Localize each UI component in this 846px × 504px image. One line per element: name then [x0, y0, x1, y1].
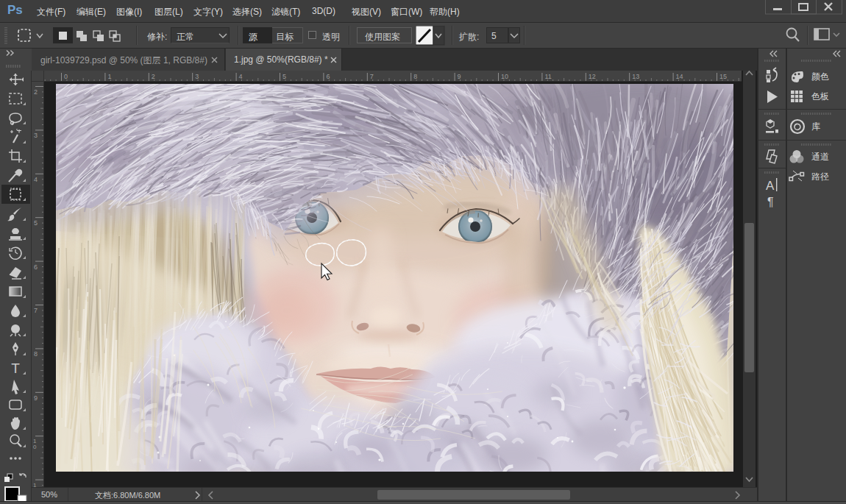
svg-text:4: 4	[34, 176, 38, 183]
svg-text:2: 2	[34, 88, 38, 96]
svg-text:13: 13	[632, 73, 639, 80]
svg-text:A: A	[766, 179, 775, 193]
svg-text:5: 5	[282, 73, 286, 80]
svg-text:5: 5	[34, 219, 38, 227]
svg-text:3: 3	[34, 132, 38, 139]
svg-text:10: 10	[501, 73, 508, 80]
svg-text:11: 11	[544, 73, 551, 80]
svg-text:12: 12	[589, 73, 596, 80]
svg-text:1: 1	[33, 482, 37, 487]
svg-text:6: 6	[326, 73, 330, 80]
svg-text:9: 9	[458, 73, 461, 80]
svg-text:7: 7	[370, 73, 374, 80]
svg-text:8: 8	[413, 73, 417, 80]
svg-text:4: 4	[239, 73, 243, 80]
svg-text:9: 9	[34, 394, 38, 402]
svg-text:T: T	[11, 361, 20, 376]
svg-text:6: 6	[34, 263, 38, 271]
svg-text:2: 2	[152, 73, 155, 80]
svg-text:1: 1	[107, 73, 111, 80]
svg-text:3: 3	[195, 73, 199, 80]
svg-text:0: 0	[33, 444, 37, 450]
svg-text:15: 15	[719, 73, 727, 80]
svg-text:0: 0	[64, 73, 68, 80]
svg-text:14: 14	[676, 73, 683, 80]
svg-text:8: 8	[34, 350, 38, 358]
svg-text:¶: ¶	[767, 196, 774, 208]
svg-text:7: 7	[34, 307, 38, 314]
